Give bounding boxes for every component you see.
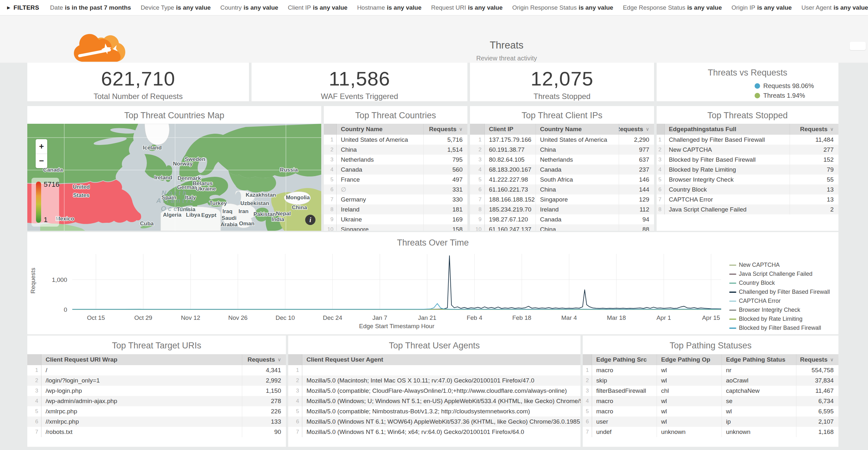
chart-legend-item[interactable]: Java Script Challenge Failed [729, 271, 830, 277]
column-header[interactable]: Requests∨ [242, 354, 286, 365]
table-row[interactable]: 4Blocked by Rate Limiting79 [657, 164, 838, 175]
filter-item[interactable]: Device Typeis any value [141, 4, 211, 11]
column-header[interactable]: Requests∨ [619, 124, 654, 135]
floating-button[interactable] [850, 42, 866, 50]
filter-item[interactable]: Client IPis any value [288, 4, 348, 11]
table-row[interactable]: 7undefunknownunknown1,168 [583, 427, 838, 437]
table-row[interactable]: 2skipwlaoCrawl37,834 [583, 376, 838, 386]
threats-over-time-chart[interactable]: Oct 15Oct 29Nov 12Nov 26Dec 10Dec 24Jan … [27, 232, 838, 334]
table-row[interactable]: 2New CAPTCHA277 [657, 145, 838, 155]
table-row[interactable]: 3filterBasedFirewallchlcaptchaNew11,467 [583, 386, 838, 396]
column-header[interactable]: Country Name [535, 124, 619, 135]
table-row[interactable]: 8Java Script Challenge Failed2 [657, 204, 838, 214]
stat-value: 621,710 [27, 67, 249, 90]
filter-item[interactable]: Countryis any value [220, 4, 278, 11]
legend-swatch-icon [729, 265, 736, 266]
table-row[interactable]: 2Mozilla/5.0 (Macintosh; Intel Mac OS X … [288, 376, 581, 386]
table-row[interactable]: 3Blocked by Filter Based Firewall152 [657, 155, 838, 164]
top-threat-user-agents-table: Client Request User Agent12Mozilla/5.0 (… [288, 354, 581, 437]
chart-legend-item[interactable]: New CAPTCHA [729, 262, 830, 268]
column-header[interactable]: Client Request User Agent [302, 354, 581, 365]
column-header[interactable]: Client Request URI Wrap [41, 354, 242, 365]
filter-item[interactable]: Origin Response Statusis any value [512, 4, 613, 11]
legend-swatch-icon [729, 282, 736, 284]
chart-legend-item[interactable]: Challenged by Filter Based Firewall [729, 289, 830, 295]
zoom-in-button[interactable]: + [36, 139, 47, 154]
table-row[interactable]: 541.222.227.98South Africa146 [470, 175, 654, 184]
table-row[interactable]: 5macrowlwl6,595 [583, 406, 838, 417]
table-row[interactable]: 661.160.221.73China144 [470, 184, 654, 194]
column-header[interactable]: Edgepathingstatus Full [665, 124, 789, 135]
column-header[interactable]: Requests∨ [424, 124, 467, 135]
world-map[interactable]: CanadaUnitedStatesMexicoCubaIcelandIrela… [27, 124, 321, 231]
filter-item[interactable]: User Agentis any value [802, 4, 868, 11]
table-row[interactable]: 380.82.64.105Netherlands637 [470, 155, 654, 164]
table-row[interactable]: 6Mozilla/5.0 (Windows NT 6.1; WOW64) App… [288, 417, 581, 427]
x-tick-label: Mar 18 [607, 314, 626, 321]
choropleth-map[interactable]: CanadaUnitedStatesMexicoCubaIcelandIrela… [27, 124, 321, 231]
chart-legend-item[interactable]: CAPTCHA Error [729, 298, 830, 304]
table-row[interactable]: 6Country Block13 [657, 184, 838, 194]
table-row[interactable]: 8185.234.219.70Ireland112 [470, 204, 654, 214]
table-row[interactable]: 1/4,341 [27, 365, 286, 376]
table-row[interactable]: 9198.27.67.120Canada94 [470, 214, 654, 224]
table-row[interactable]: 5Mozilla/5.0 (compatible; Nimbostratus-B… [288, 406, 581, 417]
table-row[interactable]: 1Challenged by Filter Based Firewall11,4… [657, 135, 838, 145]
column-header[interactable]: Client IP [485, 124, 535, 135]
table-row[interactable]: 4/wp-admin/admin-ajax.php278 [27, 396, 286, 406]
column-header[interactable]: Requests∨ [789, 124, 838, 135]
table-row[interactable]: 7188.166.188.152Singapore129 [470, 194, 654, 204]
table-row[interactable]: 5France497 [324, 175, 467, 184]
info-icon[interactable]: i [305, 215, 315, 225]
map-label: Mongolia [286, 194, 310, 201]
table-row[interactable]: 10Singapore158 [324, 224, 467, 231]
table-row[interactable]: 1137.175.79.166United States of America2… [470, 135, 654, 145]
table-row[interactable]: 9Ukraine169 [324, 214, 467, 224]
table-row[interactable]: 3Netherlands795 [324, 155, 467, 164]
table-row[interactable]: 1macrowlnr554,758 [583, 365, 838, 376]
chart-legend-item[interactable]: Blocked by Filter Based Firewall [729, 325, 830, 331]
filter-item[interactable]: Request URIis any value [431, 4, 503, 11]
map-label: Sweden [185, 156, 205, 162]
table-row[interactable]: 7CAPTCHA Error13 [657, 194, 838, 204]
table-row[interactable]: 4Mozilla/5.0 (Windows; U; Windows NT 5.1… [288, 396, 581, 406]
table-row[interactable]: 8Ireland181 [324, 204, 467, 214]
chart-legend-item[interactable]: Browser Integrity Check [729, 307, 830, 313]
zoom-out-button[interactable]: − [36, 154, 47, 169]
chart-legend-item[interactable]: Country Block [729, 280, 830, 287]
chart-legend-item[interactable]: Blocked by Rate Limiting [729, 316, 830, 322]
table-row[interactable]: 1061.160.247.137China88 [470, 224, 654, 231]
column-header[interactable]: Edge Pathing Status [721, 354, 796, 365]
filter-item[interactable]: Dateis in the past 7 months [50, 4, 131, 11]
filter-item[interactable]: Edge Response Statusis any value [623, 4, 722, 11]
table-row[interactable]: 260.191.38.77China977 [470, 145, 654, 155]
filter-item[interactable]: Hostnameis any value [357, 4, 422, 11]
table-row[interactable]: 1 [288, 365, 581, 376]
table-row[interactable]: 3/wp-login.php1,150 [27, 386, 286, 396]
table-row[interactable]: 3Mozilla/5.0 (compatible; CloudFlare-Alw… [288, 386, 581, 396]
column-header[interactable]: Requests∨ [796, 354, 838, 365]
x-tick-label: Jan 7 [372, 314, 387, 321]
legend-swatch-icon [729, 273, 736, 275]
table-row[interactable]: 2China1,514 [324, 145, 467, 155]
table-row[interactable]: 7Mozilla/5.0 (Windows NT 6.1; Win64; x64… [288, 427, 581, 437]
table-row[interactable]: 4macrowlse6,734 [583, 396, 838, 406]
table-row[interactable]: 7Germany330 [324, 194, 467, 204]
table-row[interactable]: 6∅331 [324, 184, 467, 194]
header-zone: CLOUDFLARE® Threats Review threat activi… [0, 16, 868, 63]
column-header[interactable]: Country Name [337, 124, 424, 135]
table-row[interactable]: 2/login/?login_only=12,992 [27, 376, 286, 386]
map-label: Turkey [210, 200, 227, 206]
table-row[interactable]: 7/robots.txt90 [27, 427, 286, 437]
table-row[interactable]: 6userwlip2,107 [583, 417, 838, 427]
table-row[interactable]: 468.183.200.167Canada237 [470, 164, 654, 175]
filter-item[interactable]: Origin IPis any value [732, 4, 792, 11]
column-header[interactable]: Edge Pathing Op [657, 354, 721, 365]
table-row[interactable]: 6//xmlrpc.php133 [27, 417, 286, 427]
table-row[interactable]: 4Canada560 [324, 164, 467, 175]
filters-toggle[interactable]: ▶ FILTERS [7, 4, 39, 11]
table-row[interactable]: 5/xmlrpc.php226 [27, 406, 286, 417]
table-row[interactable]: 1United States of America5,716 [324, 135, 467, 145]
table-row[interactable]: 5Browser Integrity Check55 [657, 175, 838, 184]
column-header[interactable]: Edge Pathing Src [592, 354, 657, 365]
